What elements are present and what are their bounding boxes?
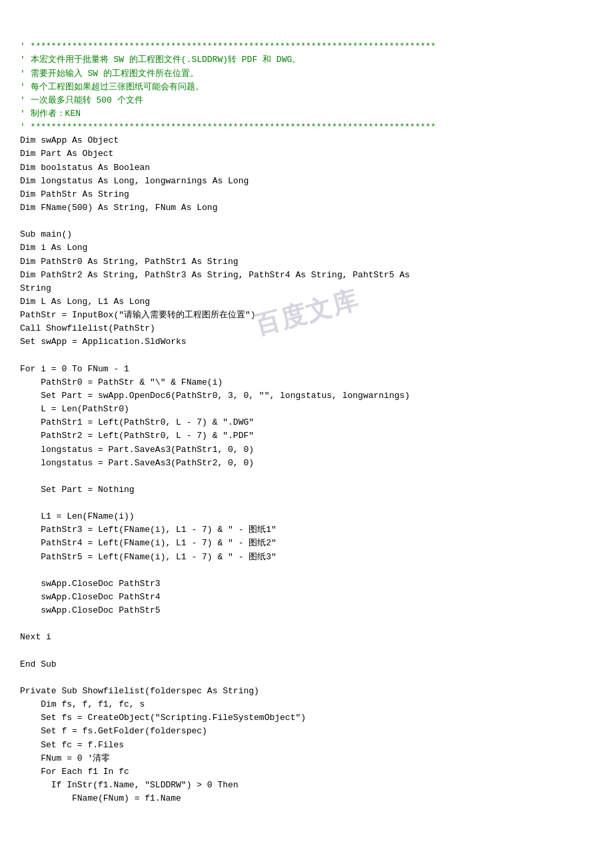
code-line: Next i: [20, 632, 51, 642]
code-line: swApp.CloseDoc PathStr4: [20, 592, 161, 602]
code-line: Dim PathStr0 As String, PathStr1 As Stri…: [20, 257, 239, 267]
code-line: PathStr2 = Left(PathStr0, L - 7) & ".PDF…: [20, 431, 254, 441]
code-line: String: [20, 283, 51, 293]
code-line: If InStr(f1.Name, "SLDDRW") > 0 Then: [20, 780, 239, 790]
code-line: Dim PathStr2 As String, PathStr3 As Stri…: [20, 270, 410, 280]
code-line: swApp.CloseDoc PathStr5: [20, 605, 161, 615]
code-line: ' 需要开始输入 SW 的工程图文件所在位置。: [20, 69, 199, 79]
code-line: PathStr5 = Left(FName(i), L1 - 7) & " - …: [20, 552, 277, 562]
code-line: Set f = fs.GetFolder(folderspec): [20, 726, 207, 736]
code-line: Call Showfilelist(PathStr): [20, 323, 155, 333]
code-line: swApp.CloseDoc PathStr3: [20, 579, 161, 589]
code-line: ' 每个工程图如果超过三张图纸可能会有问题。: [20, 82, 204, 92]
code-line: Set fs = CreateObject("Scripting.FileSys…: [20, 713, 306, 723]
code-line: Sub main(): [20, 229, 72, 239]
code-line: For Each f1 In fc: [20, 767, 129, 777]
code-line: Dim PathStr As String: [20, 189, 129, 199]
code-line: longstatus = Part.SaveAs3(PathStr1, 0, 0…: [20, 445, 254, 455]
code-line: End Sub: [20, 659, 57, 669]
code-line: PathStr0 = PathStr & "\" & FName(i): [20, 377, 223, 387]
code-line: Dim Part As Object: [20, 149, 113, 159]
code-line: Set fc = f.Files: [20, 740, 124, 750]
code-line: longstatus = Part.SaveAs3(PathStr2, 0, 0…: [20, 458, 254, 468]
code-line: Dim swApp As Object: [20, 135, 119, 145]
code-line: Private Sub Showfilelist(folderspec As S…: [20, 686, 259, 696]
watermark: 百度文库: [250, 280, 363, 345]
code-line: For i = 0 To FNum - 1: [20, 364, 129, 374]
code-line: Set Part = swApp.OpenDoc6(PathStr0, 3, 0…: [20, 391, 410, 401]
code-line: Dim L As Long, L1 As Long: [20, 297, 150, 307]
code-line: Dim i As Long: [20, 243, 87, 253]
code-line: Set swApp = Application.SldWorks: [20, 337, 187, 347]
code-line: ' 本宏文件用于批量将 SW 的工程图文件(.SLDDRW)转 PDF 和 DW…: [20, 55, 301, 65]
code-line: Dim boolstatus As Boolean: [20, 163, 150, 173]
code-line: ' 一次最多只能转 500 个文件: [20, 95, 143, 105]
code-container: 百度文库 ' *********************************…: [20, 13, 593, 805]
code-line: PathStr4 = Left(FName(i), L1 - 7) & " - …: [20, 538, 277, 548]
code-line: L = Len(PathStr0): [20, 404, 129, 414]
code-line: FNum = 0 '清零: [20, 753, 110, 763]
code-line: PathStr = InputBox("请输入需要转的工程图所在位置"): [20, 310, 256, 320]
code-line: L1 = Len(FName(i)): [20, 511, 135, 521]
code-line: Dim FName(500) As String, FNum As Long: [20, 203, 217, 213]
code-line: Set Part = Nothing: [20, 485, 135, 495]
code-line: FName(FNum) = f1.Name: [20, 793, 181, 803]
code-line: PathStr3 = Left(FName(i), L1 - 7) & " - …: [20, 525, 277, 535]
code-line: ' 制作者：KEN: [20, 109, 81, 119]
code-line: Dim fs, f, f1, fc, s: [20, 699, 145, 709]
code-line: ' **************************************…: [20, 41, 436, 51]
code-line: ' **************************************…: [20, 122, 436, 132]
code-line: PathStr1 = Left(PathStr0, L - 7) & ".DWG…: [20, 417, 254, 427]
code-line: Dim longstatus As Long, longwarnings As …: [20, 176, 249, 186]
